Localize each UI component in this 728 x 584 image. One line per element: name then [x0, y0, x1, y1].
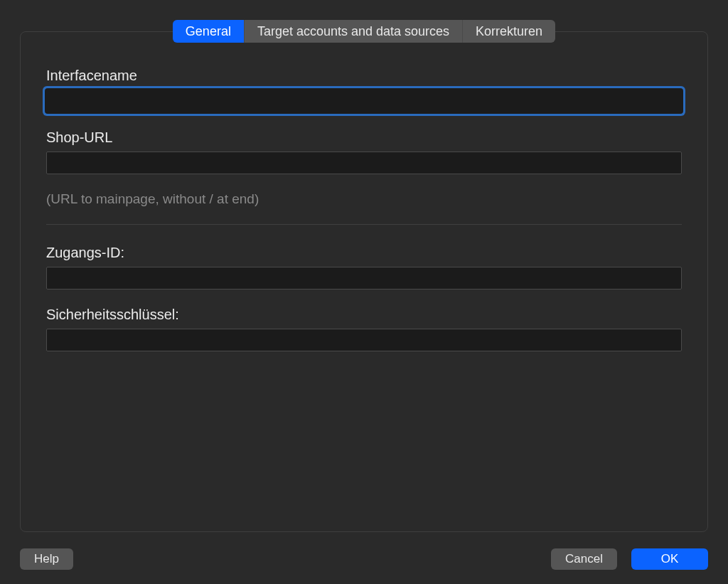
tab-korrekturen[interactable]: Korrekturen [463, 20, 555, 43]
input-sicherheitsschluessel[interactable] [46, 329, 682, 351]
ok-button[interactable]: OK [631, 548, 708, 570]
label-shopurl: Shop-URL [46, 129, 682, 146]
tab-bar: General Target accounts and data sources… [20, 20, 708, 43]
label-interfacename: Interfacename [46, 68, 682, 84]
tab-target-accounts[interactable]: Target accounts and data sources [245, 20, 463, 43]
input-shopurl[interactable] [46, 152, 682, 174]
field-group-interfacename: Interfacename [46, 68, 682, 112]
tab-general[interactable]: General [173, 20, 245, 43]
content-frame: Interfacename Shop-URL (URL to mainpage,… [20, 31, 708, 532]
field-group-shopurl: Shop-URL (URL to mainpage, without / at … [46, 129, 682, 207]
input-zugangsid[interactable] [46, 267, 682, 290]
cancel-button[interactable]: Cancel [551, 548, 617, 570]
help-button[interactable]: Help [20, 548, 73, 570]
label-sicherheitsschluessel: Sicherheitsschlüssel: [46, 307, 682, 323]
help-shopurl: (URL to mainpage, without / at end) [46, 191, 682, 207]
field-group-sicherheitsschluessel: Sicherheitsschlüssel: [46, 307, 682, 351]
field-group-zugangsid: Zugangs-ID: [46, 245, 682, 290]
label-zugangsid: Zugangs-ID: [46, 245, 682, 261]
divider [46, 224, 682, 225]
input-interfacename[interactable] [46, 90, 682, 112]
button-bar: Help Cancel OK [20, 548, 708, 570]
